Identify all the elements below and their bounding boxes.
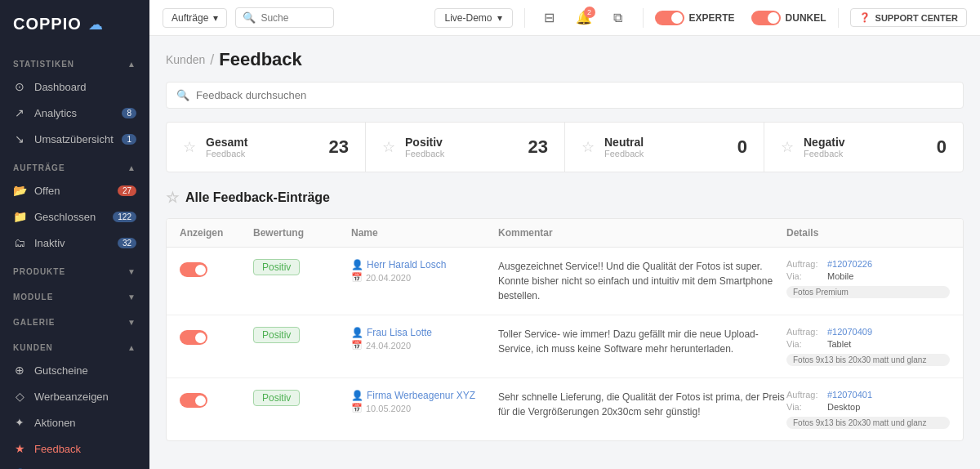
orders-icon: ⊟ [544, 10, 555, 25]
offen-icon: 📂 [13, 184, 26, 197]
section-auftrage: AUFTRÄGE ▲ [0, 152, 149, 177]
dunkel-toggle[interactable] [751, 11, 781, 25]
dunkel-toggle-group: DUNKEL [751, 11, 826, 25]
row1-toggle[interactable] [180, 262, 207, 277]
person-icon-3: 👤 [351, 390, 363, 401]
sidebar-item-aktionen[interactable]: ✦ Aktionen [0, 409, 149, 436]
table-row: Positiv 👤 Frau Lisa Lotte 📅 24.04.2020 T… [167, 315, 963, 378]
aktionen-icon: ✦ [13, 416, 26, 429]
header-details: Details [786, 227, 950, 239]
sidebar-item-geschlossen[interactable]: 📁 Geschlossen 122 [0, 203, 149, 230]
row1-toggle-cell [180, 259, 253, 277]
sidebar-item-analytics[interactable]: ↗ Analytics 8 [0, 100, 149, 126]
row2-details: Auftrag: #12070409 Via: Tablet Fotos 9x1… [786, 327, 950, 366]
breadcrumb-current: Feedback [219, 49, 302, 70]
geschlossen-badge: 122 [113, 212, 136, 222]
section-module[interactable]: MODULE ▼ [0, 281, 149, 306]
sidebar: COPPIO ☁ STATISTIKEN ▲ ⊙ Dashboard ↗ Ana… [0, 0, 149, 469]
row2-kommentar: Toller Service- wie immer! Dazu gefällt … [498, 327, 786, 356]
sidebar-item-gutscheine[interactable]: ⊕ Gutscheine [0, 357, 149, 383]
stat-negativ: ☆ Negativ Feedback 0 [764, 123, 963, 172]
search-icon: 🔍 [243, 11, 256, 24]
row2-toggle[interactable] [180, 330, 207, 345]
star-icon-positiv[interactable]: ☆ [382, 138, 395, 156]
umsatz-icon: ↘ [13, 132, 26, 145]
person-icon-2: 👤 [351, 327, 363, 338]
row3-name: Firma Werbeagenur XYZ [367, 390, 475, 401]
star-icon-negativ[interactable]: ☆ [781, 138, 794, 156]
section-kunden: KUNDEN ▲ [0, 332, 149, 357]
feedback-search-icon: 🔍 [176, 89, 189, 101]
inaktiv-icon: 🗂 [13, 236, 26, 249]
section-produkte[interactable]: PRODUKTE ▼ [0, 256, 149, 281]
experte-toggle[interactable] [655, 11, 684, 25]
chevron-up-icon-3: ▲ [127, 343, 136, 352]
section-galerie[interactable]: GALERIE ▼ [0, 306, 149, 332]
row3-toggle[interactable] [180, 393, 207, 408]
sidebar-item-offen[interactable]: 📂 Offen 27 [0, 177, 149, 203]
umsatz-badge: 1 [122, 134, 136, 145]
row2-toggle-cell [180, 327, 253, 345]
sidebar-logo: COPPIO ☁ [0, 0, 149, 48]
external-link-btn[interactable]: ⧉ [605, 5, 631, 31]
row2-date: 📅 24.04.2020 [351, 340, 498, 351]
header-kommentar: Kommentar [498, 227, 786, 239]
aufträge-dropdown[interactable]: Aufträge ▾ [163, 8, 227, 28]
search-bar[interactable]: 🔍 [235, 7, 334, 28]
stat-negativ-sublabel: Feedback [804, 149, 927, 159]
row1-name-cell: 👤 Herr Harald Losch 📅 20.04.2020 [351, 259, 498, 283]
chevron-down-icon-3: ▼ [127, 318, 136, 327]
row1-name: Herr Harald Losch [367, 259, 446, 270]
feedback-search-bar[interactable]: 🔍 [166, 82, 964, 109]
calendar-icon-1: 📅 [351, 272, 363, 283]
sidebar-item-umsatz[interactable]: ↘ Umsatzübersicht 1 [0, 126, 149, 152]
chevron-down-icon: ▼ [127, 267, 136, 276]
section-star-icon[interactable]: ☆ [166, 189, 179, 207]
sidebar-item-konten[interactable]: 👤 Konten [0, 462, 149, 469]
row2-name-cell: 👤 Frau Lisa Lotte 📅 24.04.2020 [351, 327, 498, 351]
offen-badge: 27 [118, 185, 136, 196]
star-icon-neutral[interactable]: ☆ [581, 138, 595, 156]
stat-negativ-value: 0 [937, 136, 947, 158]
gutscheine-icon: ⊕ [13, 364, 26, 377]
search-input[interactable] [261, 12, 327, 24]
row2-bewertung-badge: Positiv [253, 327, 300, 343]
orders-icon-btn[interactable]: ⊟ [537, 5, 563, 31]
section-statistiken: STATISTIKEN ▲ [0, 48, 149, 74]
row3-date: 📅 10.05.2020 [351, 403, 498, 413]
sidebar-item-werbeanzeigen[interactable]: ◇ Werbeanzeigen [0, 383, 149, 409]
stat-positiv-label: Positiv [405, 136, 519, 149]
stat-neutral: ☆ Neutral Feedback 0 [565, 123, 764, 172]
stat-negativ-label: Negativ [804, 136, 927, 149]
stat-neutral-label: Neutral [604, 136, 728, 149]
support-center-btn[interactable]: ❓ SUPPORT CENTER [850, 8, 967, 27]
row1-tag: Fotos Premium [786, 286, 950, 298]
row1-person-icon: 👤 Herr Harald Losch [351, 259, 498, 270]
person-icon-1: 👤 [351, 259, 363, 270]
sidebar-item-inaktiv[interactable]: 🗂 Inaktiv 32 [0, 230, 149, 256]
chevron-up-icon-2: ▲ [127, 163, 136, 172]
chevron-down-icon-5: ▾ [497, 12, 502, 24]
row2-person: 👤 Frau Lisa Lotte [351, 327, 498, 338]
stat-neutral-value: 0 [737, 136, 747, 158]
demo-dropdown[interactable]: Live-Demo ▾ [434, 8, 513, 28]
analytics-icon: ↗ [13, 106, 26, 119]
header-anzeigen: Anzeigen [180, 227, 253, 239]
stat-positiv-value: 23 [528, 136, 548, 158]
stat-neutral-sublabel: Feedback [604, 149, 728, 159]
row1-details: Auftrag: #12070226 Via: Mobile Fotos Pre… [786, 259, 950, 298]
analytics-badge: 8 [122, 108, 136, 118]
sidebar-item-dashboard[interactable]: ⊙ Dashboard [0, 74, 149, 100]
chevron-down-icon-4: ▾ [213, 12, 218, 24]
sidebar-item-feedback[interactable]: ★ Feedback [0, 436, 149, 462]
feedback-search-input[interactable] [196, 89, 953, 101]
row3-tag: Fotos 9x13 bis 20x30 matt und glanz [786, 417, 950, 429]
notifications-icon-btn[interactable]: 🔔 2 [571, 5, 597, 31]
support-icon: ❓ [859, 12, 871, 23]
section-title: Alle Feedback-Einträge [185, 190, 330, 205]
content-area: Kunden / Feedback 🔍 ☆ Gesamt Feedback 23… [149, 36, 980, 469]
star-icon-gesamt[interactable]: ☆ [183, 138, 196, 156]
header-name: Name [351, 227, 498, 239]
external-link-icon: ⧉ [613, 11, 622, 25]
main-area: Aufträge ▾ 🔍 Live-Demo ▾ ⊟ 🔔 2 ⧉ EXPERTE [149, 0, 980, 469]
